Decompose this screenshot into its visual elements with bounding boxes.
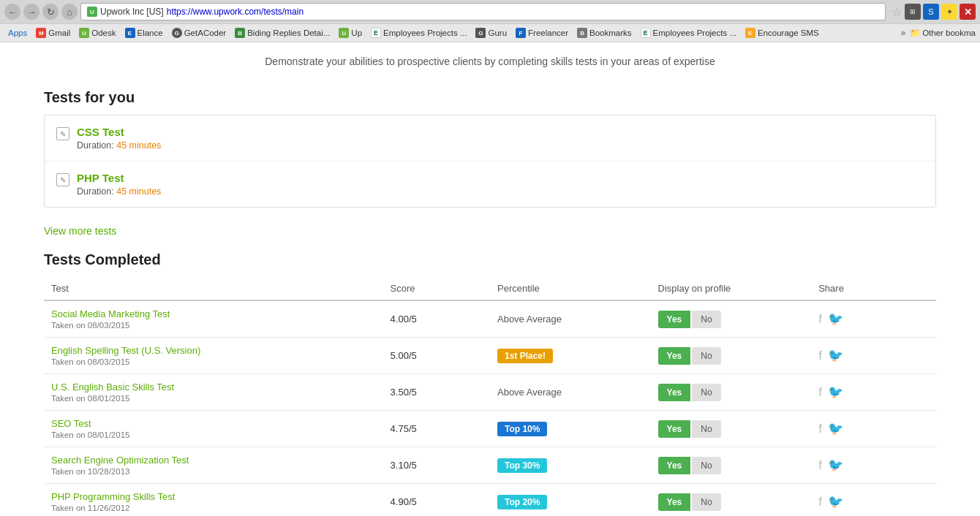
css-test-link[interactable]: CSS Test — [77, 126, 124, 138]
bookmark-upwork2-label: Up — [351, 29, 362, 37]
bookmark-bookmarks[interactable]: B Bookmarks — [573, 27, 636, 39]
bookmark-employees-projects-sheet1[interactable]: E Demonstrate your abilities to prospect… — [367, 27, 470, 39]
address-bar[interactable]: U Upwork Inc [US] https://www.upwork.com… — [80, 3, 886, 20]
bookmark-freelancer[interactable]: F Freelancer — [512, 27, 572, 39]
cell-share: f 🐦 — [811, 338, 936, 374]
bookmarks-overflow[interactable]: » — [897, 28, 908, 38]
page-content: Demonstrate your abilities to prospectiv… — [0, 42, 980, 516]
yes-button[interactable]: Yes — [658, 420, 691, 438]
address-url: https://www.upwork.com/tests/main — [167, 7, 304, 17]
puzzle-icon[interactable]: ✦ — [941, 4, 957, 20]
share-icons: f 🐦 — [818, 421, 929, 436]
cell-display: Yes No — [651, 484, 812, 517]
cell-score: 3.10/5 — [383, 447, 490, 484]
bookmark-gmail[interactable]: M Gmail — [32, 27, 74, 39]
no-button[interactable]: No — [692, 384, 720, 401]
no-button[interactable]: No — [692, 420, 720, 438]
test-info-php: PHP Test Duration: 45 minutes — [77, 172, 924, 197]
other-bookmarks-label: Other bookma — [922, 29, 976, 37]
no-button[interactable]: No — [692, 493, 720, 511]
css-duration-time: 45 minutes — [116, 140, 161, 151]
facebook-share-icon[interactable]: f — [818, 385, 822, 400]
profile-icon[interactable]: S — [923, 4, 939, 20]
no-button[interactable]: No — [692, 457, 720, 474]
col-header-score: Score — [383, 277, 490, 300]
table-row: Social Media Marketing Test Taken on 08/… — [44, 300, 936, 338]
share-icons: f 🐦 — [818, 458, 929, 473]
extensions-icon[interactable]: ⊞ — [905, 4, 921, 20]
bookmark-elance-label: Elance — [137, 29, 163, 37]
no-button[interactable]: No — [692, 347, 720, 365]
cell-score: 3.50/5 — [383, 374, 490, 411]
odesk-favicon: U — [79, 28, 89, 38]
other-bookmarks[interactable]: 📁 Other bookma — [910, 28, 976, 38]
bookmark-biding[interactable]: B Biding Replies Detai... — [231, 27, 333, 39]
yes-no-group: Yes No — [658, 311, 804, 328]
test-name-link[interactable]: English Spelling Test (U.S. Version) — [51, 345, 200, 356]
share-icons: f 🐦 — [818, 311, 929, 327]
share-icons: f 🐦 — [818, 494, 929, 509]
bookmark-getacoder[interactable]: G GetACoder — [168, 27, 230, 39]
yes-button[interactable]: Yes — [658, 311, 691, 328]
browser-toolbar: ← → ↻ ⌂ U Upwork Inc [US] https://www.up… — [0, 0, 980, 23]
twitter-share-icon[interactable]: 🐦 — [828, 421, 843, 436]
test-name-link[interactable]: Search Engine Optimization Test — [51, 455, 189, 466]
yes-button[interactable]: Yes — [658, 457, 691, 474]
table-row: PHP Programming Skills Test Taken on 11/… — [44, 484, 936, 517]
test-name-link[interactable]: PHP Programming Skills Test — [51, 491, 175, 502]
test-name-link[interactable]: U.S. English Basic Skills Test — [51, 382, 174, 392]
bookmark-encourage[interactable]: E Encourage SMS — [742, 27, 823, 39]
php-test-link[interactable]: PHP Test — [77, 172, 124, 184]
cell-score: 4.75/5 — [383, 411, 490, 447]
sheet2-favicon: E — [641, 28, 651, 38]
twitter-share-icon[interactable]: 🐦 — [828, 384, 843, 400]
home-button[interactable]: ⌂ — [61, 4, 78, 20]
no-button[interactable]: No — [692, 311, 720, 328]
cell-display: Yes No — [651, 411, 812, 447]
bookmark-odesk-label: Odesk — [91, 29, 116, 37]
test-name-link[interactable]: SEO Test — [51, 418, 91, 429]
bookmark-employees-projects-sheet2[interactable]: E Employees Projects ... — [637, 27, 740, 39]
css-duration-label: Duration: — [77, 140, 116, 151]
col-header-percentile: Percentile — [490, 277, 651, 300]
bookmark-elance[interactable]: E Elance — [121, 27, 167, 39]
facebook-share-icon[interactable]: f — [818, 349, 822, 363]
test-taken-date: Taken on 11/26/2012 — [51, 504, 376, 512]
cell-percentile: Top 20% — [490, 484, 651, 517]
table-header: Test Score Percentile Display on profile… — [44, 277, 936, 300]
yes-button[interactable]: Yes — [658, 347, 691, 365]
bookmark-bookmarks-label: Bookmarks — [589, 29, 632, 37]
yes-button[interactable]: Yes — [658, 493, 691, 511]
cell-score: 5.00/5 — [383, 338, 490, 374]
bookmarks-bar: Apps M Gmail U Odesk E Elance G GetACode… — [0, 23, 980, 42]
yes-no-group: Yes No — [658, 347, 804, 365]
test-name-link[interactable]: Social Media Marketing Test — [51, 308, 170, 319]
twitter-share-icon[interactable]: 🐦 — [828, 311, 843, 327]
test-taken-date: Taken on 08/01/2015 — [51, 430, 376, 439]
share-icons: f 🐦 — [818, 348, 929, 363]
twitter-share-icon[interactable]: 🐦 — [828, 494, 843, 509]
bookmark-apps[interactable]: Apps — [4, 28, 31, 38]
bookmark-star[interactable]: ☆ — [892, 5, 902, 19]
score-value: 3.50/5 — [391, 387, 417, 398]
php-duration-time: 45 minutes — [116, 186, 161, 197]
facebook-share-icon[interactable]: f — [818, 495, 822, 509]
twitter-share-icon[interactable]: 🐦 — [828, 348, 843, 363]
yes-no-group: Yes No — [658, 493, 804, 511]
view-more-tests-link[interactable]: View more tests — [44, 225, 116, 237]
percentile-text: Above Average — [497, 387, 562, 398]
test-taken-date: Taken on 08/03/2015 — [51, 357, 376, 366]
facebook-share-icon[interactable]: f — [818, 422, 822, 436]
test-taken-date: Taken on 08/03/2015 — [51, 321, 376, 330]
bookmark-odesk[interactable]: U Odesk — [75, 27, 119, 39]
facebook-share-icon[interactable]: f — [818, 458, 822, 473]
close-button[interactable]: ✕ — [960, 4, 976, 20]
refresh-button[interactable]: ↻ — [42, 4, 59, 20]
yes-button[interactable]: Yes — [658, 384, 691, 401]
forward-button[interactable]: → — [23, 4, 39, 20]
bookmark-guru[interactable]: G Guru — [472, 27, 510, 39]
facebook-share-icon[interactable]: f — [818, 312, 822, 327]
back-button[interactable]: ← — [4, 4, 20, 20]
twitter-share-icon[interactable]: 🐦 — [828, 458, 843, 473]
bookmark-upwork2[interactable]: U Up — [335, 27, 366, 39]
